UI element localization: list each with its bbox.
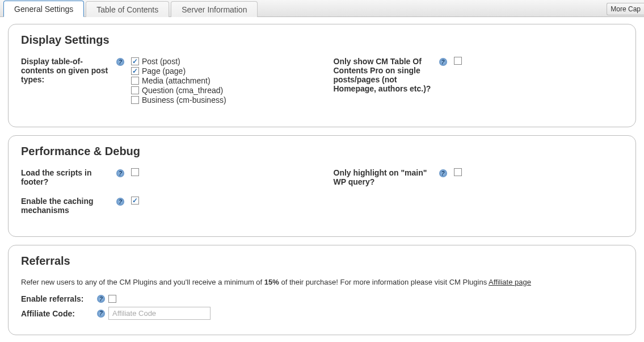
help-icon[interactable] bbox=[439, 58, 447, 66]
help-icon[interactable] bbox=[116, 198, 124, 206]
label-page: Page (page) bbox=[142, 66, 186, 76]
label-single-only: Only show CM Table Of Contents Pro on si… bbox=[334, 57, 436, 93]
heading-referrals: Referrals bbox=[21, 255, 623, 268]
label-question: Question (cma_thread) bbox=[142, 86, 223, 95]
post-type-checkbox-group: Post (post) Page (page) Media (attachmen… bbox=[131, 57, 226, 105]
help-icon[interactable] bbox=[439, 169, 447, 177]
label-post-types: Display table-of-contents on given post … bbox=[21, 57, 113, 84]
affiliate-code-input[interactable] bbox=[108, 307, 211, 320]
label-enable-caching: Enable the caching mechanisms bbox=[21, 197, 113, 215]
help-icon[interactable] bbox=[97, 310, 105, 318]
affiliate-page-link[interactable]: Affiliate page bbox=[489, 278, 531, 286]
panel-referrals: Referrals Refer new users to any of the … bbox=[8, 245, 636, 335]
panel-display-settings: Display Settings Display table-of-conten… bbox=[8, 24, 636, 127]
tab-general-settings[interactable]: General Settings bbox=[3, 1, 84, 17]
help-icon[interactable] bbox=[116, 58, 124, 66]
checkbox-question[interactable] bbox=[131, 86, 139, 94]
label-main-query: Only highlight on "main" WP query? bbox=[334, 168, 436, 186]
tab-server-information[interactable]: Server Information bbox=[171, 1, 258, 17]
more-capabilities-button[interactable]: More Cap bbox=[607, 3, 644, 15]
heading-performance-debug: Performance & Debug bbox=[21, 145, 623, 158]
checkbox-scripts-footer[interactable] bbox=[131, 168, 139, 176]
label-media: Media (attachment) bbox=[142, 76, 211, 85]
checkbox-media[interactable] bbox=[131, 77, 139, 85]
heading-display-settings: Display Settings bbox=[21, 34, 623, 47]
referral-description: Refer new users to any of the CM Plugins… bbox=[21, 278, 623, 286]
help-icon[interactable] bbox=[116, 169, 124, 177]
checkbox-single-only[interactable] bbox=[454, 57, 462, 65]
tab-bar: General Settings Table of Contents Serve… bbox=[0, 0, 644, 17]
checkbox-enable-caching[interactable] bbox=[131, 197, 139, 205]
help-icon[interactable] bbox=[97, 295, 105, 303]
checkbox-main-query[interactable] bbox=[454, 168, 462, 176]
label-post: Post (post) bbox=[142, 57, 180, 66]
label-scripts-footer: Load the scripts in footer? bbox=[21, 168, 113, 186]
tab-table-of-contents[interactable]: Table of Contents bbox=[86, 1, 169, 17]
checkbox-business[interactable] bbox=[131, 96, 139, 104]
panel-performance-debug: Performance & Debug Load the scripts in … bbox=[8, 135, 636, 237]
label-business: Business (cm-business) bbox=[142, 95, 226, 105]
checkbox-post[interactable] bbox=[131, 57, 139, 65]
label-enable-referrals: Enable referrals: bbox=[21, 294, 94, 303]
checkbox-enable-referrals[interactable] bbox=[108, 295, 116, 303]
checkbox-page[interactable] bbox=[131, 67, 139, 75]
label-affiliate-code: Affiliate Code: bbox=[21, 309, 94, 318]
